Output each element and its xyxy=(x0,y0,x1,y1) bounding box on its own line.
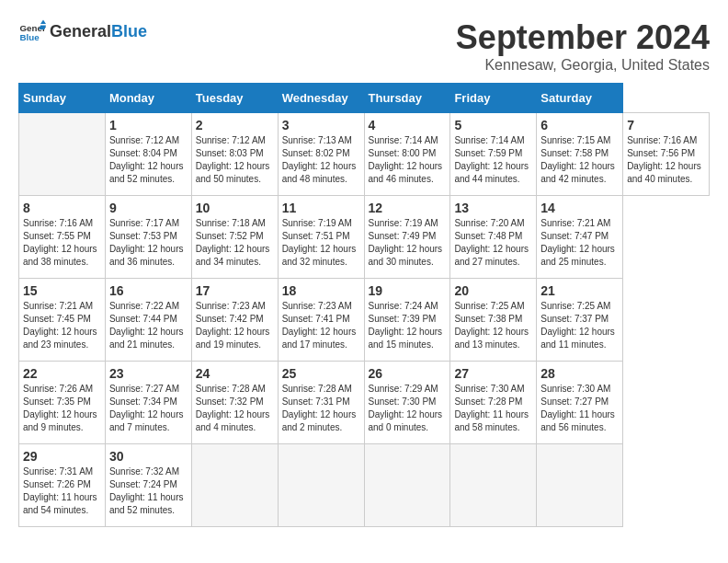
calendar-day xyxy=(191,444,278,527)
svg-marker-2 xyxy=(40,20,46,25)
day-number: 16 xyxy=(109,283,188,298)
logo-text: GeneralBlue xyxy=(50,23,147,41)
day-header-saturday: Saturday xyxy=(537,84,623,113)
calendar-week-row: 1Sunrise: 7:12 AMSunset: 8:04 PMDaylight… xyxy=(19,113,710,196)
day-info: Sunrise: 7:32 AMSunset: 7:24 PMDaylight:… xyxy=(109,465,188,517)
calendar-day: 13Sunrise: 7:20 AMSunset: 7:48 PMDayligh… xyxy=(450,196,537,279)
calendar-day: 11Sunrise: 7:19 AMSunset: 7:51 PMDayligh… xyxy=(278,196,364,279)
calendar-day: 8Sunrise: 7:16 AMSunset: 7:55 PMDaylight… xyxy=(19,196,106,279)
calendar-day: 18Sunrise: 7:23 AMSunset: 7:41 PMDayligh… xyxy=(278,279,364,362)
logo: General Blue GeneralBlue xyxy=(18,18,147,46)
day-number: 5 xyxy=(454,118,532,132)
day-number: 30 xyxy=(109,449,188,464)
day-number: 24 xyxy=(196,366,274,381)
day-number: 9 xyxy=(109,201,188,215)
calendar-week-row: 15Sunrise: 7:21 AMSunset: 7:45 PMDayligh… xyxy=(19,279,710,362)
calendar-day: 10Sunrise: 7:18 AMSunset: 7:52 PMDayligh… xyxy=(191,196,278,279)
calendar-day: 12Sunrise: 7:19 AMSunset: 7:49 PMDayligh… xyxy=(364,196,450,279)
calendar-day: 2Sunrise: 7:12 AMSunset: 8:03 PMDaylight… xyxy=(191,113,278,196)
day-number: 8 xyxy=(23,201,101,215)
day-number: 25 xyxy=(282,366,360,381)
calendar-day: 20Sunrise: 7:25 AMSunset: 7:38 PMDayligh… xyxy=(450,279,537,362)
day-info: Sunrise: 7:16 AMSunset: 7:55 PMDaylight:… xyxy=(23,217,101,269)
day-info: Sunrise: 7:28 AMSunset: 7:31 PMDaylight:… xyxy=(282,383,360,434)
month-title: September 2024 xyxy=(456,18,710,57)
day-header-thursday: Thursday xyxy=(364,84,450,113)
logo-blue-text: Blue xyxy=(111,22,147,40)
calendar-day: 29Sunrise: 7:31 AMSunset: 7:26 PMDayligh… xyxy=(19,444,106,527)
day-number: 18 xyxy=(282,283,360,298)
day-info: Sunrise: 7:28 AMSunset: 7:32 PMDaylight:… xyxy=(196,383,274,434)
day-number: 17 xyxy=(196,283,274,298)
day-header-monday: Monday xyxy=(105,84,191,113)
day-number: 26 xyxy=(369,366,447,381)
calendar-day xyxy=(278,444,364,527)
calendar-day: 30Sunrise: 7:32 AMSunset: 7:24 PMDayligh… xyxy=(105,444,191,527)
day-number: 3 xyxy=(282,118,360,132)
day-info: Sunrise: 7:23 AMSunset: 7:41 PMDaylight:… xyxy=(282,300,360,351)
day-info: Sunrise: 7:25 AMSunset: 7:38 PMDaylight:… xyxy=(454,300,532,351)
day-info: Sunrise: 7:17 AMSunset: 7:53 PMDaylight:… xyxy=(109,217,188,269)
calendar-week-row: 22Sunrise: 7:26 AMSunset: 7:35 PMDayligh… xyxy=(19,362,710,444)
day-info: Sunrise: 7:23 AMSunset: 7:42 PMDaylight:… xyxy=(196,300,274,351)
day-info: Sunrise: 7:14 AMSunset: 8:00 PMDaylight:… xyxy=(369,134,447,186)
day-number: 11 xyxy=(282,201,360,215)
day-info: Sunrise: 7:12 AMSunset: 8:03 PMDaylight:… xyxy=(196,134,274,186)
calendar-day xyxy=(19,113,106,196)
day-info: Sunrise: 7:30 AMSunset: 7:27 PMDaylight:… xyxy=(540,383,619,434)
calendar-day: 26Sunrise: 7:29 AMSunset: 7:30 PMDayligh… xyxy=(364,362,450,444)
calendar-day: 14Sunrise: 7:21 AMSunset: 7:47 PMDayligh… xyxy=(537,196,623,279)
calendar-day: 4Sunrise: 7:14 AMSunset: 8:00 PMDaylight… xyxy=(364,113,450,196)
day-number: 2 xyxy=(196,118,274,132)
day-header-friday: Friday xyxy=(450,84,537,113)
calendar-week-row: 8Sunrise: 7:16 AMSunset: 7:55 PMDaylight… xyxy=(19,196,710,279)
day-info: Sunrise: 7:15 AMSunset: 7:58 PMDaylight:… xyxy=(540,134,619,186)
day-info: Sunrise: 7:18 AMSunset: 7:52 PMDaylight:… xyxy=(196,217,274,269)
day-info: Sunrise: 7:19 AMSunset: 7:49 PMDaylight:… xyxy=(369,217,447,269)
day-number: 23 xyxy=(109,366,188,381)
day-header-sunday: Sunday xyxy=(19,84,106,113)
day-number: 14 xyxy=(540,201,619,215)
header: General Blue GeneralBlue September 2024 … xyxy=(18,18,710,74)
calendar-day: 1Sunrise: 7:12 AMSunset: 8:04 PMDaylight… xyxy=(105,113,191,196)
calendar-week-row: 29Sunrise: 7:31 AMSunset: 7:26 PMDayligh… xyxy=(19,444,710,527)
day-info: Sunrise: 7:30 AMSunset: 7:28 PMDaylight:… xyxy=(454,383,532,434)
day-number: 7 xyxy=(627,118,705,132)
calendar-header-row: SundayMondayTuesdayWednesdayThursdayFrid… xyxy=(19,84,710,113)
day-info: Sunrise: 7:20 AMSunset: 7:48 PMDaylight:… xyxy=(454,217,532,269)
calendar-day: 22Sunrise: 7:26 AMSunset: 7:35 PMDayligh… xyxy=(19,362,106,444)
calendar-day: 7Sunrise: 7:16 AMSunset: 7:56 PMDaylight… xyxy=(623,113,710,196)
calendar-day: 9Sunrise: 7:17 AMSunset: 7:53 PMDaylight… xyxy=(105,196,191,279)
day-number: 29 xyxy=(23,449,101,464)
calendar-day: 25Sunrise: 7:28 AMSunset: 7:31 PMDayligh… xyxy=(278,362,364,444)
calendar-day: 28Sunrise: 7:30 AMSunset: 7:27 PMDayligh… xyxy=(537,362,623,444)
svg-text:Blue: Blue xyxy=(20,32,40,42)
calendar-table: SundayMondayTuesdayWednesdayThursdayFrid… xyxy=(18,83,710,527)
calendar-day: 23Sunrise: 7:27 AMSunset: 7:34 PMDayligh… xyxy=(105,362,191,444)
day-info: Sunrise: 7:21 AMSunset: 7:47 PMDaylight:… xyxy=(540,217,619,269)
day-number: 4 xyxy=(369,118,447,132)
calendar-day: 3Sunrise: 7:13 AMSunset: 8:02 PMDaylight… xyxy=(278,113,364,196)
day-number: 22 xyxy=(23,366,101,381)
day-number: 10 xyxy=(196,201,274,215)
calendar-day: 6Sunrise: 7:15 AMSunset: 7:58 PMDaylight… xyxy=(537,113,623,196)
calendar-day: 16Sunrise: 7:22 AMSunset: 7:44 PMDayligh… xyxy=(105,279,191,362)
day-info: Sunrise: 7:13 AMSunset: 8:02 PMDaylight:… xyxy=(282,134,360,186)
calendar-day xyxy=(450,444,537,527)
day-number: 15 xyxy=(23,283,101,298)
day-info: Sunrise: 7:29 AMSunset: 7:30 PMDaylight:… xyxy=(369,383,447,434)
day-info: Sunrise: 7:24 AMSunset: 7:39 PMDaylight:… xyxy=(369,300,447,351)
day-info: Sunrise: 7:14 AMSunset: 7:59 PMDaylight:… xyxy=(454,134,532,186)
day-header-wednesday: Wednesday xyxy=(278,84,364,113)
day-number: 13 xyxy=(454,201,532,215)
calendar-day: 15Sunrise: 7:21 AMSunset: 7:45 PMDayligh… xyxy=(19,279,106,362)
logo-icon: General Blue xyxy=(18,18,46,46)
day-number: 20 xyxy=(454,283,532,298)
day-info: Sunrise: 7:21 AMSunset: 7:45 PMDaylight:… xyxy=(23,300,101,351)
day-info: Sunrise: 7:26 AMSunset: 7:35 PMDaylight:… xyxy=(23,383,101,434)
calendar-day: 17Sunrise: 7:23 AMSunset: 7:42 PMDayligh… xyxy=(191,279,278,362)
day-number: 1 xyxy=(109,118,188,132)
day-info: Sunrise: 7:25 AMSunset: 7:37 PMDaylight:… xyxy=(540,300,619,351)
day-number: 6 xyxy=(540,118,619,132)
day-info: Sunrise: 7:16 AMSunset: 7:56 PMDaylight:… xyxy=(627,134,705,186)
